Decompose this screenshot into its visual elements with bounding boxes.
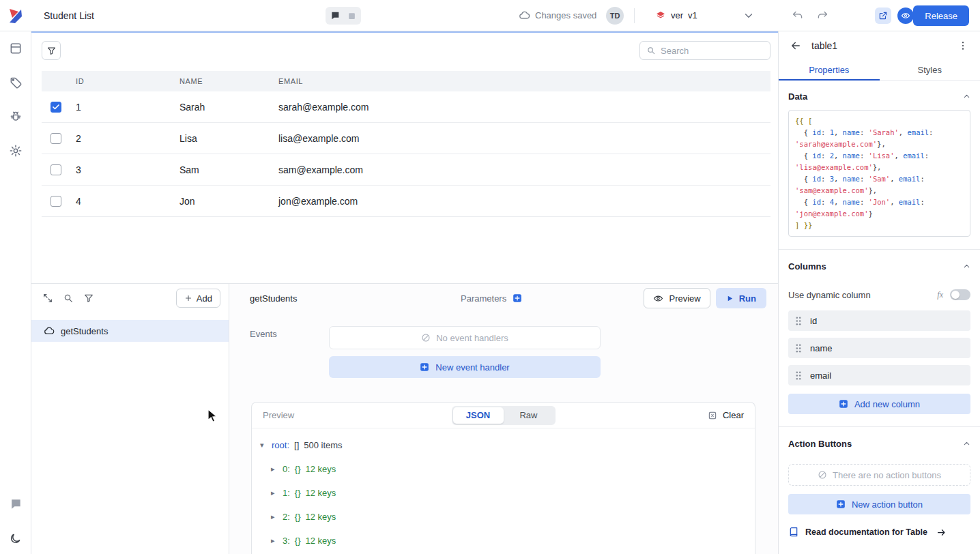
new-event-handler-button[interactable]: New event handler bbox=[329, 356, 601, 378]
canvas: ID NAME EMAIL 1Sarahsarah@example.com2Li… bbox=[31, 31, 778, 283]
table-row[interactable]: 3Samsam@example.com bbox=[42, 154, 770, 186]
row-checkbox[interactable] bbox=[51, 102, 61, 113]
chat-help-icon[interactable] bbox=[8, 497, 23, 512]
widget-name[interactable]: table1 bbox=[811, 40, 837, 51]
plus-square-icon bbox=[836, 499, 846, 509]
add-parameter-icon[interactable] bbox=[513, 293, 522, 303]
cell-id: 4 bbox=[76, 196, 179, 207]
json-tree-item[interactable]: ▸3:{}12 keys bbox=[271, 533, 755, 548]
read-documentation-link[interactable]: Read documentation for Table bbox=[788, 527, 970, 538]
data-section-header[interactable]: Data bbox=[788, 91, 970, 102]
parameters-control[interactable]: Parameters bbox=[461, 284, 522, 312]
columns-section-header[interactable]: Columns bbox=[788, 261, 970, 272]
avatar[interactable]: TD bbox=[606, 7, 624, 25]
filter-icon[interactable] bbox=[81, 290, 97, 306]
add-new-column-button[interactable]: Add new column bbox=[788, 394, 970, 414]
plus-square-icon bbox=[839, 399, 848, 409]
caret-right-icon[interactable]: ▸ bbox=[271, 465, 278, 473]
search-icon bbox=[646, 46, 656, 55]
bug-icon[interactable] bbox=[8, 109, 23, 124]
table-widget[interactable]: ID NAME EMAIL 1Sarahsarah@example.com2Li… bbox=[42, 41, 770, 217]
gear-icon[interactable] bbox=[8, 143, 23, 158]
tag-icon[interactable] bbox=[8, 75, 23, 90]
row-checkbox[interactable] bbox=[51, 133, 61, 144]
caret-right-icon[interactable]: ▸ bbox=[271, 512, 278, 521]
comment-mode-icon[interactable] bbox=[329, 10, 341, 22]
json-tree-item[interactable]: ▸2:{}12 keys bbox=[271, 509, 755, 524]
column-item[interactable]: name bbox=[788, 338, 970, 358]
no-action-buttons-placeholder: There are no action buttons bbox=[788, 464, 970, 486]
response-format-toggle: JSON Raw bbox=[452, 406, 556, 425]
tab-raw[interactable]: Raw bbox=[504, 407, 554, 424]
caret-right-icon[interactable]: ▸ bbox=[271, 489, 278, 497]
plus-icon bbox=[184, 294, 192, 302]
collapse-icon[interactable] bbox=[963, 263, 970, 270]
table-row[interactable]: 2Lisalisa@example.com bbox=[42, 123, 770, 154]
clear-button[interactable]: Clear bbox=[708, 410, 744, 420]
clear-icon bbox=[708, 411, 717, 420]
book-icon bbox=[788, 527, 799, 538]
table-row[interactable]: 1Sarahsarah@example.com bbox=[42, 91, 770, 123]
layers-icon bbox=[655, 10, 666, 21]
tab-styles[interactable]: Styles bbox=[880, 60, 980, 80]
action-buttons-section-header[interactable]: Action Buttons bbox=[788, 439, 970, 449]
dynamic-column-toggle[interactable] bbox=[950, 289, 970, 300]
run-button[interactable]: Run bbox=[716, 288, 766, 308]
section-divider bbox=[779, 249, 980, 250]
chevron-down-icon[interactable] bbox=[741, 8, 756, 23]
preview-app-button[interactable] bbox=[897, 8, 914, 24]
release-button[interactable]: Release bbox=[913, 5, 969, 26]
caret-down-icon[interactable]: ▾ bbox=[260, 441, 267, 450]
save-status: Changes saved bbox=[519, 0, 596, 31]
no-event-handlers-placeholder: No event handlers bbox=[329, 326, 601, 349]
arrow-right-icon bbox=[936, 527, 947, 538]
properties-body: Data {{ [ { id: 1, name: 'Sarah', email:… bbox=[779, 81, 980, 554]
column-item[interactable]: email bbox=[788, 365, 970, 385]
fx-icon[interactable]: fx bbox=[937, 290, 943, 300]
table-row[interactable]: 4Jonjon@example.com bbox=[42, 186, 770, 217]
header-email[interactable]: EMAIL bbox=[278, 77, 770, 85]
more-options-icon[interactable] bbox=[955, 38, 970, 53]
drag-handle-icon[interactable] bbox=[796, 344, 801, 353]
preview-button[interactable]: Preview bbox=[644, 288, 710, 308]
preview-label: Preview bbox=[263, 410, 294, 420]
new-action-button[interactable]: New action button bbox=[788, 494, 970, 514]
version-selector[interactable]: ver v1 bbox=[655, 0, 697, 31]
slash-circle-icon bbox=[421, 333, 431, 342]
json-tree-item[interactable]: ▸0:{}12 keys bbox=[271, 461, 755, 476]
moon-icon[interactable] bbox=[8, 531, 23, 546]
table-search[interactable] bbox=[639, 41, 770, 60]
pages-icon[interactable] bbox=[8, 41, 23, 56]
back-button[interactable] bbox=[788, 38, 803, 53]
row-checkbox[interactable] bbox=[51, 164, 61, 175]
app-logo-icon bbox=[6, 5, 27, 26]
version-value: v1 bbox=[688, 10, 697, 20]
query-name[interactable]: getStudents bbox=[250, 293, 297, 304]
data-code-editor[interactable]: {{ [ { id: 1, name: 'Sarah', email:'sara… bbox=[788, 110, 970, 237]
search-input[interactable] bbox=[661, 46, 778, 56]
header-id[interactable]: ID bbox=[76, 77, 179, 85]
column-item[interactable]: id bbox=[788, 310, 970, 331]
collapse-icon[interactable] bbox=[963, 93, 970, 100]
table-header-row: ID NAME EMAIL bbox=[42, 71, 770, 91]
json-tree-item[interactable]: ▸1:{}12 keys bbox=[271, 485, 755, 500]
expand-icon[interactable] bbox=[40, 290, 56, 306]
tab-properties[interactable]: Properties bbox=[779, 60, 880, 80]
drag-handle-icon[interactable] bbox=[796, 371, 801, 380]
redo-button[interactable] bbox=[815, 8, 830, 23]
filter-button[interactable] bbox=[42, 41, 61, 60]
tab-json[interactable]: JSON bbox=[453, 407, 504, 424]
add-query-button[interactable]: Add bbox=[176, 289, 220, 308]
query-list-item[interactable]: getStudents bbox=[31, 320, 229, 342]
drag-handle-icon[interactable] bbox=[796, 317, 801, 325]
caret-right-icon[interactable]: ▸ bbox=[271, 536, 278, 545]
canvas-mode-icon[interactable] bbox=[345, 10, 358, 22]
json-tree-root[interactable]: ▾ root: [] 500 items bbox=[260, 437, 755, 452]
plus-square-icon bbox=[420, 362, 429, 372]
row-checkbox[interactable] bbox=[51, 196, 61, 207]
collapse-icon[interactable] bbox=[963, 440, 970, 448]
header-name[interactable]: NAME bbox=[179, 77, 278, 85]
search-icon[interactable] bbox=[60, 290, 76, 306]
undo-button[interactable] bbox=[790, 8, 805, 23]
share-button[interactable] bbox=[875, 8, 891, 24]
